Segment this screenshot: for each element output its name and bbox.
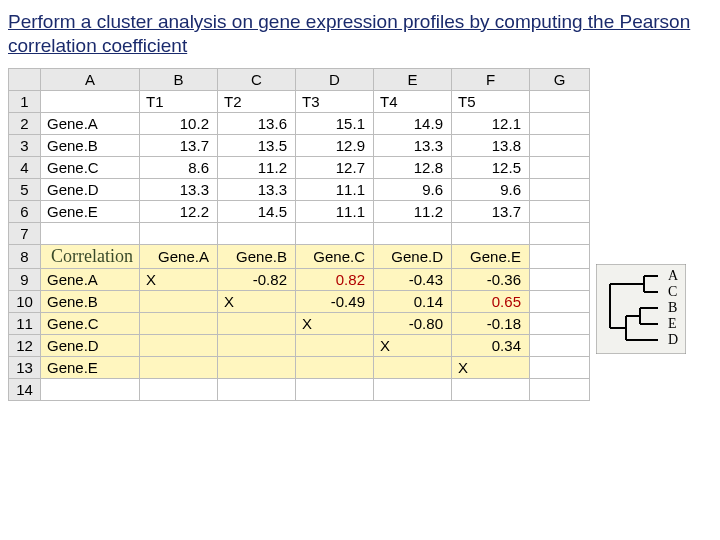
cell[interactable]: 13.7 <box>139 134 217 156</box>
cell[interactable] <box>529 244 589 268</box>
cell[interactable]: 13.5 <box>217 134 295 156</box>
cell[interactable]: 12.8 <box>373 156 451 178</box>
cell[interactable] <box>139 356 217 378</box>
cell[interactable] <box>451 378 529 400</box>
cell[interactable] <box>529 222 589 244</box>
cell[interactable]: 12.7 <box>295 156 373 178</box>
cell[interactable]: Gene.A <box>139 244 217 268</box>
cell[interactable]: Gene.E <box>451 244 529 268</box>
cell[interactable] <box>529 200 589 222</box>
cell[interactable]: 0.82 <box>295 268 373 290</box>
cell[interactable]: 13.3 <box>217 178 295 200</box>
cell[interactable] <box>529 268 589 290</box>
cell[interactable]: T2 <box>217 90 295 112</box>
col-header[interactable]: C <box>217 68 295 90</box>
cell[interactable]: X <box>139 268 217 290</box>
cell[interactable]: -0.82 <box>217 268 295 290</box>
correlation-label-cell[interactable]: Correlation <box>41 244 140 268</box>
cell[interactable] <box>295 222 373 244</box>
cell[interactable] <box>41 90 140 112</box>
cell[interactable]: 15.1 <box>295 112 373 134</box>
cell[interactable]: 9.6 <box>451 178 529 200</box>
cell[interactable] <box>139 378 217 400</box>
cell[interactable]: 12.9 <box>295 134 373 156</box>
cell[interactable] <box>139 312 217 334</box>
cell[interactable]: X <box>373 334 451 356</box>
cell[interactable]: -0.49 <box>295 290 373 312</box>
cell[interactable] <box>529 90 589 112</box>
cell[interactable]: Gene.B <box>217 244 295 268</box>
cell[interactable]: X <box>451 356 529 378</box>
col-header[interactable]: B <box>139 68 217 90</box>
cell[interactable]: T4 <box>373 90 451 112</box>
cell[interactable]: 11.1 <box>295 178 373 200</box>
cell[interactable]: X <box>295 312 373 334</box>
col-header[interactable]: D <box>295 68 373 90</box>
cell[interactable] <box>295 334 373 356</box>
cell[interactable] <box>217 356 295 378</box>
row-header[interactable]: 2 <box>9 112 41 134</box>
cell[interactable]: 11.2 <box>373 200 451 222</box>
cell[interactable] <box>295 356 373 378</box>
cell[interactable]: 8.6 <box>139 156 217 178</box>
cell[interactable] <box>529 334 589 356</box>
cell[interactable]: T3 <box>295 90 373 112</box>
cell[interactable]: Gene.D <box>41 334 140 356</box>
cell[interactable] <box>451 222 529 244</box>
cell[interactable]: 13.3 <box>373 134 451 156</box>
cell[interactable] <box>373 378 451 400</box>
cell[interactable]: 12.1 <box>451 112 529 134</box>
cell[interactable]: Gene.C <box>41 312 140 334</box>
col-header[interactable]: E <box>373 68 451 90</box>
cell[interactable]: Gene.C <box>295 244 373 268</box>
cell[interactable]: X <box>217 290 295 312</box>
cell[interactable] <box>139 222 217 244</box>
cell[interactable] <box>529 134 589 156</box>
row-header[interactable]: 4 <box>9 156 41 178</box>
cell[interactable] <box>217 222 295 244</box>
cell[interactable]: Gene.B <box>41 134 140 156</box>
cell[interactable] <box>139 290 217 312</box>
cell[interactable]: 0.34 <box>451 334 529 356</box>
cell[interactable]: 12.2 <box>139 200 217 222</box>
cell[interactable] <box>529 356 589 378</box>
cell[interactable]: 13.3 <box>139 178 217 200</box>
cell[interactable]: 12.5 <box>451 156 529 178</box>
cell[interactable]: T1 <box>139 90 217 112</box>
cell[interactable]: 11.1 <box>295 200 373 222</box>
row-header[interactable]: 10 <box>9 290 41 312</box>
col-header[interactable]: F <box>451 68 529 90</box>
cell[interactable]: Gene.A <box>41 268 140 290</box>
cell[interactable]: Gene.A <box>41 112 140 134</box>
row-header[interactable]: 3 <box>9 134 41 156</box>
cell[interactable]: 11.2 <box>217 156 295 178</box>
cell[interactable]: 10.2 <box>139 112 217 134</box>
cell[interactable]: Gene.D <box>41 178 140 200</box>
cell[interactable]: 9.6 <box>373 178 451 200</box>
col-header[interactable]: A <box>41 68 140 90</box>
cell[interactable]: Gene.C <box>41 156 140 178</box>
row-header[interactable]: 12 <box>9 334 41 356</box>
cell[interactable]: 14.5 <box>217 200 295 222</box>
row-header[interactable]: 1 <box>9 90 41 112</box>
cell[interactable]: -0.18 <box>451 312 529 334</box>
cell[interactable]: 13.6 <box>217 112 295 134</box>
row-header[interactable]: 14 <box>9 378 41 400</box>
cell[interactable] <box>217 312 295 334</box>
cell[interactable] <box>529 312 589 334</box>
cell[interactable] <box>217 334 295 356</box>
cell[interactable]: 14.9 <box>373 112 451 134</box>
cell[interactable]: 13.7 <box>451 200 529 222</box>
cell[interactable] <box>529 378 589 400</box>
cell[interactable] <box>217 378 295 400</box>
cell[interactable] <box>529 112 589 134</box>
cell[interactable] <box>529 290 589 312</box>
cell[interactable]: 0.65 <box>451 290 529 312</box>
cell[interactable]: -0.43 <box>373 268 451 290</box>
row-header[interactable]: 11 <box>9 312 41 334</box>
row-header[interactable]: 8 <box>9 244 41 268</box>
cell[interactable] <box>295 378 373 400</box>
cell[interactable]: Gene.E <box>41 356 140 378</box>
row-header[interactable]: 9 <box>9 268 41 290</box>
cell[interactable]: 13.8 <box>451 134 529 156</box>
